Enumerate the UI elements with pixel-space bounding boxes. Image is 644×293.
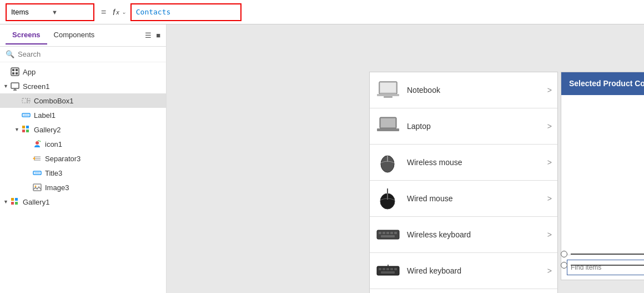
tree-icon-image3 [32,182,42,192]
list-view-icon[interactable]: ☰ [145,31,152,39]
sidebar-item-image3[interactable]: Image3 [0,180,166,195]
svg-line-17 [39,141,41,142]
gallery-item-img-wired-mouse [375,187,400,210]
gallery-item-img-notebook [375,79,400,101]
gallery-widget: Notebook > Laptop > Wireless mouse > Wir… [369,72,558,293]
svg-rect-45 [383,232,385,234]
gallery-item-arrow-laptop: > [547,122,552,131]
svg-rect-14 [22,130,25,132]
drag-line-bottom [561,262,644,269]
equals-symbol: = [99,7,108,17]
product-panel-body [561,94,644,255]
gallery-item-img-laptop [375,115,400,137]
svg-rect-52 [383,268,385,270]
drag-track-bottom [571,265,644,266]
grid-view-icon[interactable]: ■ [156,31,160,39]
svg-rect-32 [380,83,396,92]
tree-icon-combobox1 [21,96,31,106]
tree-icon-separator3 [32,153,42,163]
tree-icon-gallery1 [10,197,20,207]
tree-arrow-screen1[interactable]: ▼ [3,83,10,89]
gallery-item-wired-keyboard[interactable]: Wired keyboard > [370,253,557,289]
tree-arrow-gallery2[interactable]: ▼ [14,127,21,132]
product-panel: Selected Product Contacts ✕ ▼ [561,72,644,280]
svg-rect-28 [15,198,18,201]
search-icon: 🔍 [6,50,14,58]
items-select-label: Items [11,8,48,16]
gallery-item-label-wireless-keyboard: Wireless keyboard [407,230,547,239]
svg-rect-36 [381,118,395,127]
gallery-item-img-wireless-mouse [375,151,400,173]
sidebar-tree: App▼Screen1ComboBox1Label1▼Gallery2icon1… [0,62,166,293]
gallery-item-laptop[interactable]: Laptop > [370,108,557,145]
drag-handle-left-top[interactable] [561,251,567,257]
sidebar-tabs: Screens Components ☰ ■ [0,24,166,47]
sidebar-item-app[interactable]: App [0,64,166,79]
items-select[interactable]: Items ▼ [6,3,94,21]
sidebar-item-screen1[interactable]: ▼Screen1 [0,79,166,93]
gallery-item-arrow-wireless-keyboard: > [547,230,552,239]
items-select-chevron[interactable]: ▼ [52,9,89,16]
tree-icon-app [10,67,20,77]
canvas: Notebook > Laptop > Wireless mouse > Wir… [167,24,644,293]
tab-screens[interactable]: Screens [6,26,47,44]
sidebar-item-label1[interactable]: Label1 [0,108,166,122]
sidebar-item-gallery2[interactable]: ▼Gallery2 [0,122,166,137]
drag-handle-left-bottom[interactable] [561,262,567,269]
tree-label-combobox1: ComboBox1 [34,97,74,105]
svg-rect-55 [394,268,397,270]
formula-value: Contacts [136,8,171,16]
svg-rect-30 [15,202,18,205]
svg-rect-44 [379,232,381,234]
gallery-item-arrow-notebook: > [547,86,552,95]
gallery-item-label-wired-mouse: Wired mouse [407,194,547,203]
tree-icon-gallery2 [21,125,31,135]
fx-sub: x [116,9,119,16]
tree-label-label1: Label1 [34,111,56,120]
gallery-item-img-wired-keyboard [375,260,400,282]
fx-chevron-icon: ⌄ [122,9,126,15]
tree-icon-screen1 [10,81,20,91]
sidebar-search-bar: 🔍 [0,47,166,62]
svg-rect-50 [377,266,399,275]
gallery-item-wired-mouse[interactable]: Wired mouse > [370,181,557,217]
sidebar: Screens Components ☰ ■ 🔍 App▼Screen1Comb… [0,24,167,293]
main-area: Screens Components ☰ ■ 🔍 App▼Screen1Comb… [0,24,644,293]
tree-icon-title3 [32,168,42,178]
gallery-item-arrow-wired-mouse: > [547,194,552,203]
sidebar-item-separator3[interactable]: Separator3 [0,151,166,166]
svg-rect-5 [11,83,19,88]
svg-rect-13 [26,126,29,128]
formula-bar[interactable]: Contacts [130,3,242,21]
toolbar: Items ▼ = fx ⌄ Contacts [0,0,644,24]
tree-label-app: App [23,68,36,76]
gallery-item-label-notebook: Notebook [407,86,547,95]
sidebar-tab-icons: ☰ ■ [145,31,160,39]
tree-icon-icon1 [32,139,42,149]
tree-label-title3: Title3 [45,169,62,177]
gallery-item-label-wired-keyboard: Wired keyboard [407,266,547,275]
sidebar-item-gallery1[interactable]: ▼Gallery1 [0,195,166,209]
tree-icon-label1 [21,110,31,120]
svg-rect-25 [33,184,41,191]
product-panel-header: Selected Product Contacts ✕ [561,72,644,94]
sidebar-item-icon1[interactable]: icon1 [0,137,166,151]
svg-rect-48 [394,232,397,234]
svg-rect-46 [386,232,389,234]
fx-button[interactable]: fx ⌄ [113,8,125,17]
svg-rect-12 [22,126,25,128]
gallery-item-label-laptop: Laptop [407,122,547,131]
svg-rect-4 [16,72,18,75]
gallery-item-label-wireless-mouse: Wireless mouse [407,158,547,167]
gallery-item-wireless-keyboard[interactable]: Wireless keyboard > [370,217,557,253]
sidebar-item-title3[interactable]: Title3 [0,166,166,180]
tree-arrow-gallery1[interactable]: ▼ [3,199,10,205]
sidebar-item-combobox1[interactable]: ComboBox1 [0,93,166,108]
tree-label-separator3: Separator3 [45,155,80,163]
svg-rect-29 [11,202,14,205]
tab-components[interactable]: Components [47,26,102,44]
gallery-item-wireless-mouse[interactable]: Wireless mouse > [370,145,557,181]
gallery-item-notebook[interactable]: Notebook > [370,72,557,108]
search-input[interactable] [18,50,160,58]
svg-rect-3 [12,72,14,75]
